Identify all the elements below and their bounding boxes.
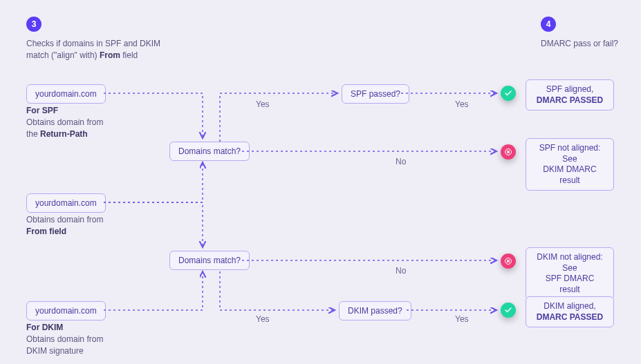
- step-3-badge: 3: [26, 17, 41, 32]
- domains-match-1: Domains match?: [169, 142, 250, 161]
- spf-domain-node: yourdomain.com: [26, 84, 106, 104]
- outcome-dkim-pass: DKIM aligned,DMARC PASSED: [526, 296, 614, 327]
- edge-yes-2: Yes: [455, 99, 469, 109]
- cross-icon: [501, 144, 516, 160]
- domains-match-2: Domains match?: [169, 251, 250, 270]
- step-3-title: Checks if domains in SPF and DKIM match …: [26, 38, 160, 61]
- edge-yes-3: Yes: [256, 314, 270, 324]
- edge-no-1: No: [396, 157, 406, 166]
- step-4-number: 4: [546, 19, 551, 29]
- edge-yes-4: Yes: [455, 314, 469, 324]
- dkim-caption: For DKIM Obtains domain from DKIM signat…: [26, 322, 103, 356]
- cross-icon: [501, 253, 516, 269]
- edge-no-2: No: [396, 266, 406, 276]
- edge-yes-1: Yes: [256, 99, 270, 109]
- check-icon: [501, 86, 516, 101]
- check-icon: [501, 303, 516, 318]
- outcome-spf-fail: SPF not aligned: SeeDKIM DMARC result: [526, 138, 614, 191]
- step-3-number: 3: [32, 19, 37, 29]
- step-4-title: DMARC pass or fail?: [541, 38, 618, 50]
- outcome-dkim-fail: DKIM not aligned: SeeSPF DMARC result: [526, 247, 614, 300]
- from-domain-node: yourdomain.com: [26, 193, 106, 213]
- spf-caption: For SPF Obtains domain from the Return-P…: [26, 105, 103, 140]
- step-4-badge: 4: [541, 17, 556, 32]
- spf-passed: SPF passed?: [342, 84, 409, 104]
- outcome-spf-pass: SPF aligned,DMARC PASSED: [526, 79, 614, 111]
- from-caption: Obtains domain from From field: [26, 214, 103, 238]
- dkim-passed: DKIM passed?: [339, 301, 411, 320]
- dkim-domain-node: yourdomain.com: [26, 301, 106, 320]
